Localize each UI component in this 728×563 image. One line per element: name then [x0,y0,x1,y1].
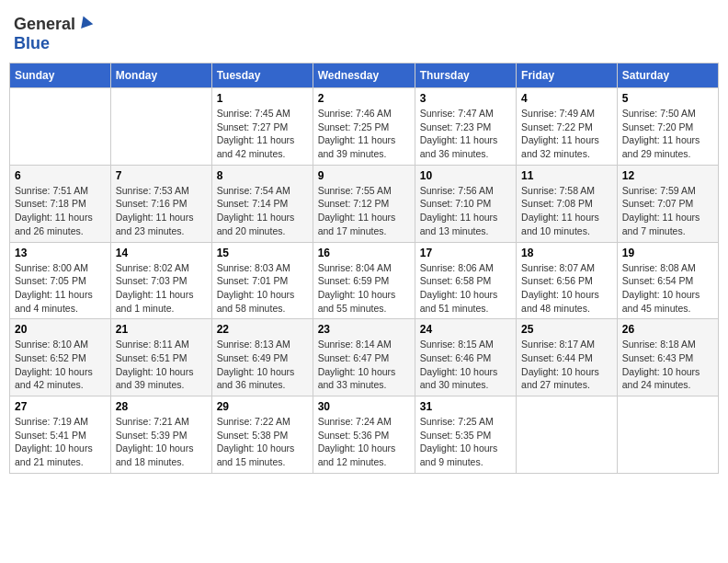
logo-general-text: General [14,15,75,34]
day-info: Sunrise: 8:15 AM Sunset: 6:46 PM Dayligh… [420,338,511,392]
day-of-week-header: Tuesday [211,63,313,88]
day-number: 14 [116,247,207,259]
day-info: Sunrise: 8:18 AM Sunset: 6:43 PM Dayligh… [622,338,713,392]
calendar-cell: 29Sunrise: 7:22 AM Sunset: 5:38 PM Dayli… [211,396,313,474]
calendar-cell [617,396,718,474]
day-number: 24 [420,323,511,336]
day-number: 30 [318,400,410,413]
day-of-week-header: Saturday [617,63,718,88]
calendar-cell: 5Sunrise: 7:50 AM Sunset: 7:20 PM Daylig… [617,88,718,166]
day-number: 4 [521,92,612,105]
day-number: 23 [318,323,410,336]
day-number: 11 [521,169,612,182]
day-number: 13 [15,247,106,259]
calendar-cell: 14Sunrise: 8:02 AM Sunset: 7:03 PM Dayli… [110,242,211,319]
day-of-week-header: Sunday [10,63,111,88]
day-info: Sunrise: 7:53 AM Sunset: 7:16 PM Dayligh… [116,184,207,238]
day-info: Sunrise: 7:21 AM Sunset: 5:39 PM Dayligh… [116,415,207,469]
day-number: 3 [420,92,511,105]
calendar-cell: 31Sunrise: 7:25 AM Sunset: 5:35 PM Dayli… [415,396,516,474]
day-number: 6 [15,169,106,182]
day-info: Sunrise: 7:46 AM Sunset: 7:25 PM Dayligh… [318,107,410,161]
page-header: General Blue [9,9,719,53]
day-number: 19 [622,247,713,259]
day-number: 18 [521,247,612,259]
calendar-cell: 10Sunrise: 7:56 AM Sunset: 7:10 PM Dayli… [415,165,516,242]
day-info: Sunrise: 8:03 AM Sunset: 7:01 PM Dayligh… [217,261,308,316]
calendar-week-row: 13Sunrise: 8:00 AM Sunset: 7:05 PM Dayli… [10,242,719,319]
calendar-week-row: 6Sunrise: 7:51 AM Sunset: 7:18 PM Daylig… [10,165,719,242]
day-info: Sunrise: 7:50 AM Sunset: 7:20 PM Dayligh… [622,107,713,161]
calendar-cell: 20Sunrise: 8:10 AM Sunset: 6:52 PM Dayli… [10,319,111,396]
calendar-cell [10,88,111,166]
calendar-cell: 18Sunrise: 8:07 AM Sunset: 6:56 PM Dayli… [517,242,618,319]
day-info: Sunrise: 7:49 AM Sunset: 7:22 PM Dayligh… [521,107,612,161]
day-info: Sunrise: 8:10 AM Sunset: 6:52 PM Dayligh… [15,338,106,392]
logo-blue-text: Blue [14,34,50,52]
day-info: Sunrise: 7:25 AM Sunset: 5:35 PM Dayligh… [420,415,511,469]
day-number: 26 [622,323,713,336]
logo-icon [77,14,94,34]
day-number: 17 [420,247,511,259]
day-number: 1 [217,92,308,105]
calendar-cell [110,88,211,166]
calendar-cell: 27Sunrise: 7:19 AM Sunset: 5:41 PM Dayli… [10,396,111,474]
day-number: 16 [318,247,410,259]
calendar-cell: 30Sunrise: 7:24 AM Sunset: 5:36 PM Dayli… [313,396,415,474]
calendar-cell: 21Sunrise: 8:11 AM Sunset: 6:51 PM Dayli… [110,319,211,396]
day-of-week-header: Friday [517,63,618,88]
calendar-week-row: 27Sunrise: 7:19 AM Sunset: 5:41 PM Dayli… [10,396,719,474]
calendar-cell: 3Sunrise: 7:47 AM Sunset: 7:23 PM Daylig… [415,88,516,166]
calendar-cell: 22Sunrise: 8:13 AM Sunset: 6:49 PM Dayli… [211,319,313,396]
day-info: Sunrise: 7:51 AM Sunset: 7:18 PM Dayligh… [15,184,106,238]
day-info: Sunrise: 7:45 AM Sunset: 7:27 PM Dayligh… [217,107,308,161]
calendar-cell: 12Sunrise: 7:59 AM Sunset: 7:07 PM Dayli… [617,165,718,242]
day-number: 2 [318,92,410,105]
day-number: 5 [622,92,713,105]
calendar-cell: 28Sunrise: 7:21 AM Sunset: 5:39 PM Dayli… [110,396,211,474]
calendar-cell: 2Sunrise: 7:46 AM Sunset: 7:25 PM Daylig… [313,88,415,166]
day-info: Sunrise: 7:22 AM Sunset: 5:38 PM Dayligh… [217,415,308,469]
calendar-cell: 7Sunrise: 7:53 AM Sunset: 7:16 PM Daylig… [110,165,211,242]
day-info: Sunrise: 7:58 AM Sunset: 7:08 PM Dayligh… [521,184,612,238]
day-info: Sunrise: 8:04 AM Sunset: 6:59 PM Dayligh… [318,261,410,316]
day-info: Sunrise: 8:00 AM Sunset: 7:05 PM Dayligh… [15,261,106,316]
day-number: 7 [116,169,207,182]
calendar-week-row: 1Sunrise: 7:45 AM Sunset: 7:27 PM Daylig… [10,88,719,166]
day-info: Sunrise: 7:19 AM Sunset: 5:41 PM Dayligh… [15,415,106,469]
calendar-cell: 26Sunrise: 8:18 AM Sunset: 6:43 PM Dayli… [617,319,718,396]
calendar-cell: 17Sunrise: 8:06 AM Sunset: 6:58 PM Dayli… [415,242,516,319]
calendar-cell: 11Sunrise: 7:58 AM Sunset: 7:08 PM Dayli… [517,165,618,242]
day-number: 25 [521,323,612,336]
day-number: 21 [116,323,207,336]
day-of-week-header: Monday [110,63,211,88]
calendar-cell: 9Sunrise: 7:55 AM Sunset: 7:12 PM Daylig… [313,165,415,242]
day-info: Sunrise: 8:14 AM Sunset: 6:47 PM Dayligh… [318,338,410,392]
calendar-cell: 8Sunrise: 7:54 AM Sunset: 7:14 PM Daylig… [211,165,313,242]
day-number: 27 [15,400,106,413]
calendar-cell: 1Sunrise: 7:45 AM Sunset: 7:27 PM Daylig… [211,88,313,166]
day-number: 10 [420,169,511,182]
day-number: 22 [217,323,308,336]
calendar-cell: 25Sunrise: 8:17 AM Sunset: 6:44 PM Dayli… [517,319,618,396]
logo: General Blue [14,14,94,53]
day-info: Sunrise: 8:11 AM Sunset: 6:51 PM Dayligh… [116,338,207,392]
day-info: Sunrise: 7:54 AM Sunset: 7:14 PM Dayligh… [217,184,308,238]
calendar-cell: 24Sunrise: 8:15 AM Sunset: 6:46 PM Dayli… [415,319,516,396]
calendar-cell: 4Sunrise: 7:49 AM Sunset: 7:22 PM Daylig… [517,88,618,166]
calendar-table: SundayMondayTuesdayWednesdayThursdayFrid… [9,63,719,474]
calendar-cell [517,396,618,474]
calendar-cell: 23Sunrise: 8:14 AM Sunset: 6:47 PM Dayli… [313,319,415,396]
svg-marker-0 [77,14,93,29]
day-info: Sunrise: 7:24 AM Sunset: 5:36 PM Dayligh… [318,415,410,469]
day-number: 28 [116,400,207,413]
calendar-week-row: 20Sunrise: 8:10 AM Sunset: 6:52 PM Dayli… [10,319,719,396]
day-info: Sunrise: 7:47 AM Sunset: 7:23 PM Dayligh… [420,107,511,161]
day-info: Sunrise: 7:55 AM Sunset: 7:12 PM Dayligh… [318,184,410,238]
day-number: 15 [217,247,308,259]
day-info: Sunrise: 7:56 AM Sunset: 7:10 PM Dayligh… [420,184,511,238]
day-info: Sunrise: 8:08 AM Sunset: 6:54 PM Dayligh… [622,261,713,316]
day-number: 29 [217,400,308,413]
day-number: 8 [217,169,308,182]
calendar-cell: 15Sunrise: 8:03 AM Sunset: 7:01 PM Dayli… [211,242,313,319]
